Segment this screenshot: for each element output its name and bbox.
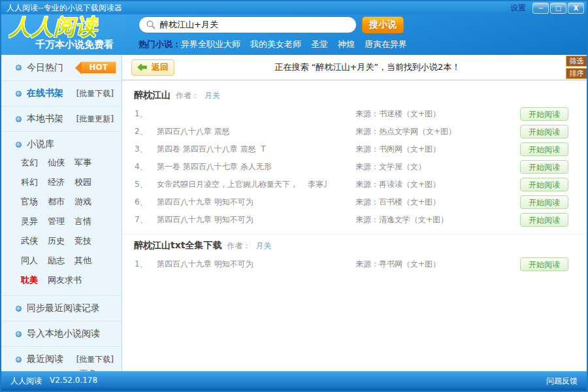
back-button[interactable]: 返回 — [131, 59, 174, 76]
category-link[interactable]: 励志 — [48, 255, 65, 267]
category-link[interactable]: 言情 — [74, 216, 91, 227]
search-input[interactable] — [160, 20, 350, 30]
sidebar-item-sync-history[interactable]: 同步最近阅读记录 — [1, 296, 122, 321]
category-link[interactable]: 科幻 — [21, 176, 38, 188]
author-link[interactable]: 月关 — [255, 240, 271, 252]
category-link[interactable]: 耽美 — [21, 274, 38, 286]
content: 返回 正在搜索 “醉枕江山+月关”，当前找到小说2本！ 筛选 排序 醉枕江山作者… — [122, 55, 587, 371]
category-link[interactable]: 历史 — [48, 235, 65, 247]
sort-button[interactable]: 排序 — [566, 68, 587, 79]
chapter-link[interactable]: 第四百八十八章 震怒 — [157, 126, 355, 137]
start-reading-button[interactable]: 开始阅读 — [520, 125, 568, 139]
start-reading-button[interactable]: 开始阅读 — [520, 257, 568, 271]
batch-download-link[interactable]: [批量下载] — [76, 88, 114, 99]
book-title: 醉枕江山txt全集下载 — [134, 240, 221, 252]
chapter-link[interactable]: 女帝武曌日月凌空，上官婉儿称量天下， 李寒丿 — [157, 179, 355, 190]
chapter-link[interactable]: 第四百八十九章 明知不可为 — [157, 197, 355, 208]
category-link[interactable]: 玄幻 — [21, 157, 38, 169]
back-arrow-icon — [137, 63, 147, 71]
footer-statusbar: 人人阅读 V2.52.0.178 问题反馈 — [1, 371, 587, 391]
result-row: 6、第四百八十九章 明知不可为来源：百书楼（文+图）开始阅读 — [122, 193, 587, 211]
feedback-link[interactable]: 问题反馈 — [546, 376, 578, 387]
sidebar-item-novel-library[interactable]: 小说库 — [1, 132, 122, 153]
source-text: 来源：文学屋（文） — [355, 161, 520, 172]
search-icon — [146, 20, 156, 30]
source-text: 来源：书阁网（文+图） — [355, 144, 520, 155]
category-link[interactable]: 都市 — [48, 196, 65, 208]
category-link[interactable]: 网友求书 — [48, 274, 82, 286]
hot-novel-link[interactable]: 异界全职业大师 — [181, 39, 240, 49]
category-link[interactable]: 管理 — [48, 216, 65, 227]
batch-download-link[interactable]: [批量下载] — [76, 354, 114, 365]
start-reading-button[interactable]: 开始阅读 — [520, 195, 568, 209]
chapter-link[interactable]: 第四卷 第四百八十八章 震怒 T — [157, 144, 355, 155]
hot-novels-label: 热门小说： — [139, 39, 181, 50]
category-link[interactable]: 武侠 — [21, 235, 38, 247]
source-text: 来源：清逸文学（文+图） — [355, 214, 520, 225]
footer-left: 人人阅读 V2.52.0.178 — [10, 376, 97, 387]
hot-novel-link[interactable]: 我的美女老师 — [250, 39, 301, 49]
category-link[interactable]: 灵异 — [21, 216, 38, 227]
start-reading-button[interactable]: 开始阅读 — [520, 107, 568, 121]
category-link[interactable]: 仙侠 — [48, 157, 65, 169]
titlebar: 人人阅读--专业的小说下载阅读器 设置 ─ □ X — [1, 1, 587, 14]
start-reading-button[interactable]: 开始阅读 — [520, 142, 568, 156]
category-row: 灵异管理言情 — [1, 212, 122, 231]
toolbar: 返回 正在搜索 “醉枕江山+月关”，当前找到小说2本！ 筛选 排序 — [122, 55, 587, 80]
sidebar-item-online-shelf[interactable]: 在线书架 [批量下载] — [1, 81, 122, 106]
sidebar-item-local-shelf[interactable]: 本地书架 [批量更新] — [1, 106, 122, 132]
bullet-icon — [16, 116, 22, 122]
result-row: 3、第四卷 第四百八十八章 震怒 T来源：书阁网（文+图）开始阅读 — [122, 140, 587, 158]
hot-novel-link[interactable]: 唐寅在异界 — [365, 39, 407, 49]
close-button[interactable]: X — [568, 3, 584, 14]
minimize-button[interactable]: ─ — [532, 3, 549, 14]
category-link[interactable]: 游戏 — [74, 196, 91, 208]
bullet-icon — [16, 91, 22, 97]
category-link[interactable]: 校园 — [74, 176, 91, 188]
window-title: 人人阅读--专业的小说下载阅读器 — [7, 1, 122, 14]
row-number: 4、 — [135, 161, 157, 172]
bullet-icon — [16, 331, 22, 337]
sidebar-item-recent-reading[interactable]: 最近阅读 [批量下载] — [1, 347, 122, 368]
sidebar-item-label: 小说库 — [27, 139, 54, 150]
result-row: 1、第四百八十九章 明知不可为来源：寻书网（文+图）开始阅读 — [122, 255, 587, 273]
source-text: 来源：寻书网（文+图） — [355, 259, 520, 270]
hot-novel-link[interactable]: 神煌 — [338, 39, 355, 49]
category-link[interactable]: 军事 — [74, 157, 91, 169]
start-reading-button[interactable]: 开始阅读 — [520, 160, 568, 174]
source-text: 来源：书迷楼（文+图） — [355, 108, 520, 120]
category-row: 同人励志其他 — [1, 251, 122, 270]
footer-version: V2.52.0.178 — [50, 376, 97, 387]
chapter-link[interactable]: 第一卷 第四百八十七章 杀人无形 — [157, 161, 355, 172]
filter-button[interactable]: 筛选 — [566, 56, 587, 67]
sidebar-item-label: 今日热门 — [27, 62, 63, 74]
search-button[interactable]: 搜小说 — [362, 16, 404, 33]
maximize-button[interactable]: □ — [550, 3, 566, 14]
author-link[interactable]: 月关 — [204, 90, 220, 101]
settings-button[interactable]: 设置 — [510, 3, 526, 14]
author-label: 作者： — [227, 240, 250, 252]
category-link[interactable]: 官场 — [21, 196, 38, 208]
category-link[interactable]: 经济 — [48, 176, 65, 188]
window-controls: ─ □ X — [532, 3, 584, 14]
sidebar-item-today-hot[interactable]: 今日热门 HOT — [1, 55, 122, 81]
result-row: 1、来源：书迷楼（文+图）开始阅读 — [122, 105, 587, 123]
section-header: 醉枕江山作者：月关 — [122, 84, 587, 105]
batch-update-link[interactable]: [批量更新] — [76, 114, 114, 125]
category-link[interactable]: 竞技 — [74, 235, 91, 247]
book-title: 醉枕江山 — [134, 90, 171, 101]
start-reading-button[interactable]: 开始阅读 — [520, 213, 568, 227]
start-reading-button[interactable]: 开始阅读 — [520, 178, 568, 191]
hot-novels-row: 热门小说： 异界全职业大师我的美女老师圣堂神煌唐寅在异界 — [139, 39, 587, 50]
bullet-icon — [16, 65, 22, 71]
app-window: 人人阅读--专业的小说下载阅读器 设置 ─ □ X 人人阅读 千万本小说免费看 — [0, 0, 588, 392]
result-row: 2、第四百八十八章 震怒来源：热点文学网（文+图）开始阅读 — [122, 123, 587, 140]
hot-novel-link[interactable]: 圣堂 — [311, 39, 328, 49]
sidebar-item-import-local[interactable]: 导入本地小说阅读 — [1, 321, 122, 347]
category-link[interactable]: 同人 — [21, 255, 38, 267]
chapter-link[interactable]: 第四百八十九章 明知不可为 — [157, 214, 355, 225]
result-row: 7、第四百八十九章 明知不可为来源：清逸文学（文+图）开始阅读 — [122, 211, 587, 229]
category-link[interactable]: 其他 — [74, 255, 91, 267]
chapter-link[interactable]: 第四百八十九章 明知不可为 — [157, 259, 355, 270]
novel-library-block: 小说库 玄幻仙侠军事科幻经济校园官场都市游戏灵异管理言情武侠历史竞技同人励志其他… — [1, 132, 122, 296]
